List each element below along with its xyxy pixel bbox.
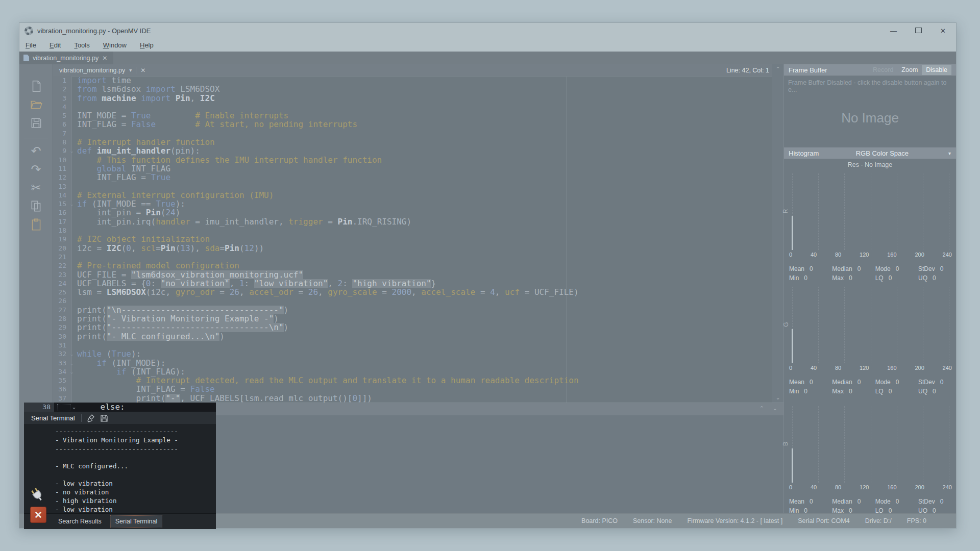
line-number: 11 bbox=[53, 164, 66, 173]
code-token: from bbox=[77, 85, 97, 93]
stat-pair: Mode0 bbox=[875, 498, 908, 505]
code-token bbox=[97, 94, 102, 103]
histogram-plot: B bbox=[787, 405, 952, 483]
menu-item-file[interactable]: File bbox=[26, 41, 36, 49]
fold-spacer bbox=[66, 208, 77, 217]
fold-chevron-icon[interactable]: ⌄ bbox=[66, 359, 77, 367]
code-token: 0 bbox=[146, 279, 151, 288]
code-line: 13 bbox=[53, 182, 772, 191]
code-area[interactable]: 1import time2from lsm6dsox import LSM6DS… bbox=[53, 76, 772, 403]
zoom-button[interactable]: Zoom bbox=[897, 65, 922, 75]
code-token: UCF_FILE = bbox=[77, 270, 131, 279]
code-line: 35 # Interrupt detected, read the MLC ou… bbox=[53, 376, 772, 385]
code-token: LSM6DSOX bbox=[176, 85, 220, 93]
menu-item-tools[interactable]: Tools bbox=[74, 41, 89, 49]
color-space-select[interactable]: RGB Color Space bbox=[856, 149, 909, 157]
disable-button[interactable]: Disable bbox=[922, 65, 951, 75]
save-button[interactable] bbox=[28, 115, 44, 131]
code-token: ( bbox=[161, 208, 166, 217]
stat-pair: Max0 bbox=[832, 388, 865, 395]
tick-label: 80 bbox=[835, 365, 841, 371]
desktop: vibration_monitoring.py - OpenMV IDE — ✕… bbox=[0, 0, 980, 551]
clear-terminal-icon[interactable] bbox=[87, 414, 95, 422]
editor-tab-close-icon[interactable]: ✕ bbox=[140, 67, 145, 74]
x-tick-labels: 04080120160200240 bbox=[787, 484, 952, 490]
open-file-button[interactable] bbox=[28, 97, 44, 112]
tick-label: 160 bbox=[887, 252, 896, 258]
document-tab[interactable]: vibration_monitoring.py ✕ bbox=[19, 52, 113, 64]
fold-chevron-icon[interactable]: ⌄ bbox=[66, 146, 77, 155]
stat-pair: StDev0 bbox=[918, 379, 951, 386]
paste-button[interactable] bbox=[28, 217, 44, 232]
code-token: i2c = bbox=[77, 244, 107, 253]
menu-item-window[interactable]: Window bbox=[103, 41, 127, 49]
redo-button[interactable]: ↷ bbox=[28, 162, 44, 177]
save-log-icon[interactable] bbox=[100, 414, 108, 422]
disconnect-button[interactable]: ✕ bbox=[30, 507, 46, 523]
fold-chevron-icon[interactable]: ⌄ bbox=[72, 403, 76, 412]
close-button[interactable]: ✕ bbox=[940, 28, 946, 34]
code-token: # At start, no pending interrupts bbox=[195, 120, 357, 129]
output-tab-search-results[interactable]: Search Results bbox=[54, 516, 106, 527]
stat-label: Mode bbox=[875, 265, 891, 272]
fold-chevron-icon[interactable]: ⌄ bbox=[66, 367, 77, 376]
fold-spacer bbox=[66, 288, 77, 296]
panel-collapse-up-icon[interactable]: ⌃ bbox=[760, 405, 764, 412]
code-token: Pin bbox=[146, 208, 161, 217]
chevron-down-icon[interactable]: ▾ bbox=[129, 67, 132, 73]
fold-spacer bbox=[66, 129, 77, 138]
gridline bbox=[818, 287, 819, 363]
copy-button[interactable] bbox=[28, 198, 44, 214]
menu-item-help[interactable]: Help bbox=[140, 41, 154, 49]
fold-chevron-icon[interactable]: ⌄ bbox=[66, 349, 77, 358]
line-number: 27 bbox=[53, 306, 66, 314]
scroll-up-icon[interactable]: ⌃ bbox=[772, 66, 783, 72]
code-token: 24 bbox=[165, 208, 175, 217]
editor-scrollbar[interactable]: ⌃ ⌄ bbox=[772, 64, 783, 403]
editor-file-tab[interactable]: vibration_monitoring.py ▾ ✕ bbox=[53, 67, 150, 74]
code-token: UCF_LABELS = { bbox=[77, 279, 146, 288]
chevron-down-icon[interactable]: ▾ bbox=[948, 151, 951, 156]
line-number: 7 bbox=[53, 129, 66, 138]
panel-collapse-down-icon[interactable]: ⌄ bbox=[773, 405, 777, 412]
minimize-button[interactable]: — bbox=[890, 28, 897, 34]
title-bar: vibration_monitoring.py - OpenMV IDE — ✕ bbox=[19, 23, 956, 39]
gridline bbox=[871, 406, 871, 483]
output-tab-serial-terminal[interactable]: Serial Terminal bbox=[110, 515, 162, 528]
code-line: 22# Pre-trained model configuration bbox=[53, 261, 772, 270]
code-line: 10 # This function defines the IMU inter… bbox=[53, 156, 772, 164]
undo-button[interactable]: ↶ bbox=[28, 143, 44, 159]
gridline bbox=[844, 173, 845, 250]
code-line: 27print("\n-----------------------------… bbox=[53, 306, 772, 314]
fold-spacer bbox=[66, 120, 77, 129]
code-token: 2000 bbox=[392, 288, 412, 296]
menu-item-edit[interactable]: Edit bbox=[50, 41, 61, 49]
scroll-down-icon[interactable]: ⌄ bbox=[772, 394, 783, 401]
maximize-button[interactable] bbox=[915, 28, 922, 34]
serial-terminal-output[interactable]: --------------------------------- Vibrat… bbox=[24, 424, 216, 514]
cut-icon: ✂ bbox=[31, 181, 41, 195]
code-line: 9⌄def imu_int_handler(pin): bbox=[53, 146, 772, 155]
code-token: = imu_int_handler, bbox=[190, 217, 289, 226]
fold-spacer bbox=[66, 332, 77, 341]
record-button[interactable]: Record bbox=[869, 65, 897, 75]
fold-spacer bbox=[66, 76, 77, 85]
code-token: True bbox=[111, 349, 131, 358]
redo-icon: ↷ bbox=[31, 162, 41, 177]
line-number: 34 bbox=[53, 367, 66, 376]
fold-chevron-icon[interactable]: ⌄ bbox=[66, 199, 77, 208]
gridline bbox=[923, 173, 923, 250]
code-token: ), bbox=[190, 244, 205, 253]
code-line: 17 int_pin.irq(handler = imu_int_handler… bbox=[53, 217, 772, 226]
openmv-ide-window: vibration_monitoring.py - OpenMV IDE — ✕… bbox=[19, 22, 957, 529]
line-number: 32 bbox=[53, 349, 66, 358]
cut-button[interactable]: ✂ bbox=[28, 180, 44, 195]
stat-value: 0 bbox=[810, 379, 813, 386]
tab-close-icon[interactable]: ✕ bbox=[102, 55, 107, 62]
tick-label: 160 bbox=[887, 484, 896, 490]
new-file-button[interactable] bbox=[28, 79, 44, 94]
tick-label: 80 bbox=[835, 252, 841, 258]
code-token bbox=[77, 359, 97, 367]
x-tick-labels: 04080120160200240 bbox=[787, 252, 952, 258]
fold-spacer bbox=[66, 111, 77, 120]
